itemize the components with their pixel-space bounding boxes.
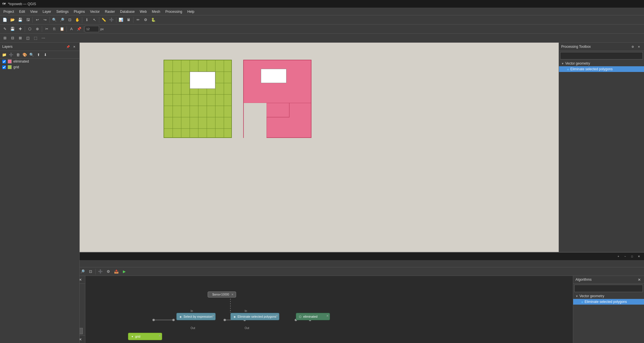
algo-tree-vector-geometry[interactable]: ▼ Vector geometry: [573, 293, 644, 299]
label-tool-btn[interactable]: A: [68, 25, 75, 33]
add-layer-btn[interactable]: ➕: [108, 16, 115, 24]
processing-close-btn[interactable]: ✕: [636, 44, 642, 49]
sep1: [32, 17, 33, 23]
processing-tree-vector-geometry[interactable]: ▼ Vector geometry: [559, 61, 644, 66]
expression-text: $area<10000: [212, 293, 229, 296]
model-zoom-fit-btn[interactable]: ⊡: [87, 268, 94, 275]
layer-eliminated-checkbox[interactable]: [2, 60, 6, 63]
layer-grid-checkbox[interactable]: [2, 65, 6, 69]
edit-toggle-btn[interactable]: ✎: [1, 25, 9, 33]
menu-database[interactable]: Database: [118, 9, 137, 14]
model-run-btn[interactable]: ▶: [121, 268, 128, 275]
expression-node[interactable]: $area<10000 ✕: [208, 292, 236, 297]
layer-grid-swatch: [8, 65, 12, 69]
select-by-expression-node[interactable]: ◈ Select by expression ✕: [176, 313, 216, 320]
menu-layer[interactable]: Layer: [40, 9, 53, 14]
node-tool-btn[interactable]: ⬡: [26, 25, 33, 33]
model-add-alg-btn[interactable]: ⚙: [105, 268, 112, 275]
new-project-btn[interactable]: 📄: [1, 16, 9, 24]
model-minimize-btn[interactable]: −: [622, 254, 628, 259]
menu-raster[interactable]: Raster: [103, 9, 117, 14]
layer-grid[interactable]: grid: [0, 64, 79, 70]
model-restore-btn[interactable]: +: [616, 254, 621, 259]
filter-layer-btn[interactable]: 🔍: [28, 51, 35, 58]
sep8: [42, 26, 42, 32]
attribute-table-btn[interactable]: 📊: [117, 16, 125, 24]
undo-btn[interactable]: ↩: [34, 16, 41, 24]
zoom-full-btn[interactable]: ⊡: [66, 16, 73, 24]
copy-btn[interactable]: ⎘: [51, 25, 58, 33]
layers-panel: Layers 📌 ✕ 📁 ➕ 🗑 🎨 🔍 ⬆ ⬇ eliminated: [0, 43, 80, 343]
save-project-btn[interactable]: 💾: [16, 16, 24, 24]
extra-btn-3[interactable]: ⊠: [16, 34, 24, 42]
algo-icon: ◈: [581, 300, 583, 303]
open-layer-style-btn[interactable]: 🎨: [22, 51, 28, 58]
menu-view[interactable]: View: [28, 9, 40, 14]
model-zoom-out-btn[interactable]: 🔎: [79, 268, 86, 275]
grid-node-close[interactable]: ✕: [158, 334, 161, 337]
grid-node[interactable]: ✦ grid ✕: [128, 333, 162, 340]
save-as-btn[interactable]: 🖫: [24, 16, 32, 24]
add-feature-btn[interactable]: ✚: [16, 25, 24, 33]
menu-plugins[interactable]: Plugins: [71, 9, 87, 14]
expression-close-icon[interactable]: ✕: [231, 293, 234, 296]
processing-search[interactable]: elim: [560, 52, 643, 59]
eliminated-node[interactable]: ⬡ eliminated ✕: [296, 313, 330, 320]
processing-options-btn[interactable]: ⚙: [630, 44, 635, 49]
menu-web[interactable]: Web: [137, 9, 149, 14]
measure-btn[interactable]: 📏: [100, 16, 108, 24]
redo-btn[interactable]: ↪: [41, 16, 49, 24]
layer-eliminated[interactable]: eliminated: [0, 59, 79, 64]
extra-btn-6[interactable]: ⋯: [40, 34, 47, 42]
eliminate-node-close[interactable]: ✕: [276, 314, 278, 317]
layers-pin-btn[interactable]: 📌: [65, 44, 71, 49]
add-vector-btn[interactable]: ➕: [8, 51, 14, 58]
extra-btn-1[interactable]: ⊞: [1, 34, 9, 42]
layers-title: Layers: [2, 45, 13, 49]
menu-processing[interactable]: Processing: [163, 9, 184, 14]
paste-btn[interactable]: 📋: [58, 25, 66, 33]
settings-btn[interactable]: ⚙: [142, 16, 149, 24]
python-btn[interactable]: 🐍: [150, 16, 157, 24]
select-btn[interactable]: ↖: [91, 16, 98, 24]
remove-layer-btn[interactable]: 🗑: [15, 51, 21, 58]
menu-project[interactable]: Project: [1, 9, 16, 14]
identify-btn[interactable]: ℹ: [83, 16, 90, 24]
processing-tree-eliminate[interactable]: ◈ Eliminate selected polygons: [559, 66, 644, 72]
extra-btn-2[interactable]: ⊟: [9, 34, 16, 42]
menu-settings[interactable]: Settings: [54, 9, 71, 14]
algorithms-close-btn[interactable]: ✕: [637, 277, 642, 282]
algo-search[interactable]: eliminate: [574, 285, 643, 292]
model-canvas[interactable]: $area<10000 ✕ ✦ grid ✕ ◈ Select by expre…: [85, 276, 573, 343]
cut-btn[interactable]: ✂: [43, 25, 50, 33]
pin-label-btn[interactable]: 📌: [75, 25, 83, 33]
eliminated-node-close[interactable]: ✕: [326, 314, 329, 317]
font-size-input[interactable]: [85, 26, 99, 32]
eliminate-node-icon: ◈: [234, 315, 236, 318]
move-feature-btn[interactable]: ⊕: [34, 25, 41, 33]
save-layer-btn[interactable]: 💾: [9, 25, 16, 33]
eliminate-node[interactable]: ◈ Eliminate selected polygons ✕: [230, 313, 279, 320]
menu-help[interactable]: Help: [185, 9, 197, 14]
collapse-all-btn[interactable]: ⬆: [35, 51, 42, 58]
model-maximize-btn[interactable]: □: [629, 254, 635, 259]
digitize-btn[interactable]: ✏: [134, 16, 142, 24]
model-add-input-btn[interactable]: ➕: [97, 268, 104, 275]
model-close-btn[interactable]: ✕: [636, 254, 642, 259]
menu-edit[interactable]: Edit: [17, 9, 27, 14]
calculator-btn[interactable]: 🖩: [125, 16, 132, 24]
pan-btn[interactable]: ✋: [74, 16, 81, 24]
layers-close-btn[interactable]: ✕: [71, 44, 77, 49]
expand-all-btn[interactable]: ⬇: [42, 51, 48, 58]
zoom-out-btn[interactable]: 🔎: [58, 16, 66, 24]
extra-btn-4[interactable]: ◫: [24, 34, 32, 42]
open-project-btn[interactable]: 📂: [9, 16, 16, 24]
extra-btn-5[interactable]: ⬚: [32, 34, 39, 42]
select-node-close[interactable]: ✕: [212, 314, 214, 317]
algo-tree-eliminate[interactable]: ◈ Eliminate selected polygons: [573, 299, 644, 305]
menu-vector[interactable]: Vector: [88, 9, 102, 14]
add-group-btn[interactable]: 📁: [1, 51, 7, 58]
model-export-btn[interactable]: 📤: [113, 268, 120, 275]
zoom-in-btn[interactable]: 🔍: [51, 16, 58, 24]
menu-mesh[interactable]: Mesh: [150, 9, 162, 14]
